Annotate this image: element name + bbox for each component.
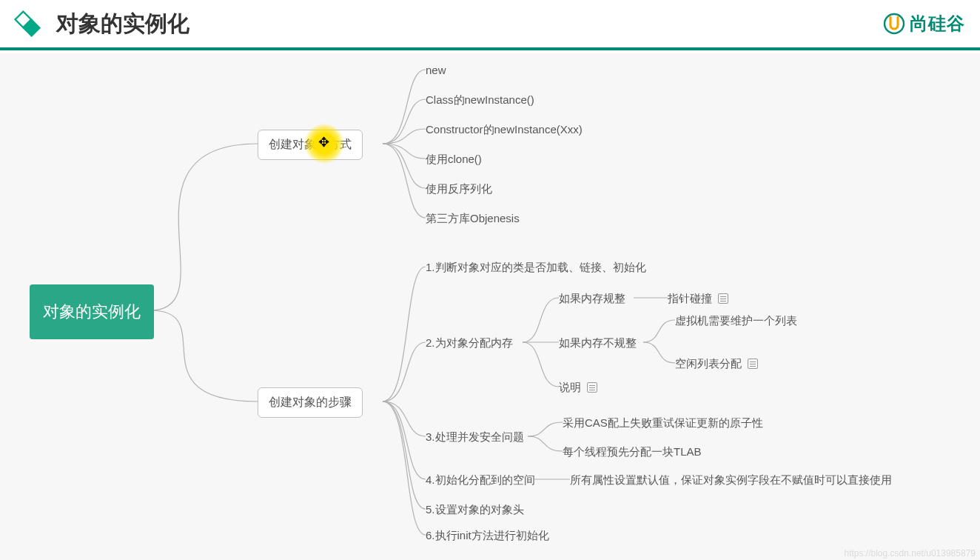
leaf-objenesis[interactable]: 第三方库Objenesis [426, 212, 520, 226]
brand-icon [883, 13, 905, 35]
diamond-logo-icon [13, 10, 41, 38]
step-3-t1[interactable]: 采用CAS配上失败重试保证更新的原子性 [563, 416, 763, 430]
note-icon[interactable] [748, 359, 758, 369]
step-1[interactable]: 1.判断对象对应的类是否加载、链接、初始化 [426, 261, 646, 275]
leaf-new[interactable]: new [426, 64, 446, 76]
brand-logo: 尚硅谷 [883, 12, 965, 36]
step-3-t2[interactable]: 每个线程预先分配一块TLAB [563, 445, 702, 459]
step-2-c2[interactable]: 如果内存不规整 [559, 336, 637, 350]
step-6[interactable]: 6.执行init方法进行初始化 [426, 529, 549, 543]
step-2-c1-label: 如果内存规整 [559, 292, 625, 304]
move-cursor-icon: ✥ [318, 136, 329, 149]
mindmap-canvas: ✥ 对象的实例化 创建对象的方式 new Class的newInstance()… [0, 53, 980, 560]
step-5[interactable]: 5.设置对象的对象头 [426, 503, 524, 517]
page-title: 对象的实例化 [56, 9, 189, 39]
step-2-c3[interactable]: 说明 [559, 381, 597, 395]
step-2[interactable]: 2.为对象分配内存 [426, 336, 513, 350]
leaf-class-newinstance[interactable]: Class的newInstance() [426, 93, 534, 107]
step-2-c2-label: 如果内存不规整 [559, 336, 637, 349]
note-icon[interactable] [587, 382, 597, 393]
brand-text: 尚硅谷 [910, 12, 965, 36]
step-4-tail[interactable]: 所有属性设置默认值，保证对象实例字段在不赋值时可以直接使用 [570, 473, 892, 487]
watermark: https://blog.csdn.net/u013985879 [845, 548, 976, 559]
branch-create-steps[interactable]: 创建对象的步骤 [258, 387, 363, 418]
step-2-c1-tail[interactable]: 指针碰撞 [668, 292, 728, 306]
leaf-deserialize[interactable]: 使用反序列化 [426, 182, 492, 196]
leaf-ctor-newinstance[interactable]: Constructor的newInstance(Xxx) [426, 123, 583, 137]
note-icon[interactable] [718, 293, 728, 304]
header: 对象的实例化 尚硅谷 [0, 0, 980, 50]
step-2-c2-t1[interactable]: 虚拟机需要维护一个列表 [675, 314, 797, 328]
step-4[interactable]: 4.初始化分配到的空间 [426, 473, 535, 487]
svg-rect-1 [24, 20, 39, 36]
root-node[interactable]: 对象的实例化 [30, 284, 154, 339]
step-2-c2-t2[interactable]: 空闲列表分配 [675, 357, 758, 371]
step-2-c1[interactable]: 如果内存规整 [559, 292, 625, 306]
svg-point-2 [885, 14, 904, 33]
header-left: 对象的实例化 [13, 9, 189, 39]
step-3[interactable]: 3.处理并发安全问题 [426, 430, 524, 444]
leaf-clone[interactable]: 使用clone() [426, 153, 482, 167]
